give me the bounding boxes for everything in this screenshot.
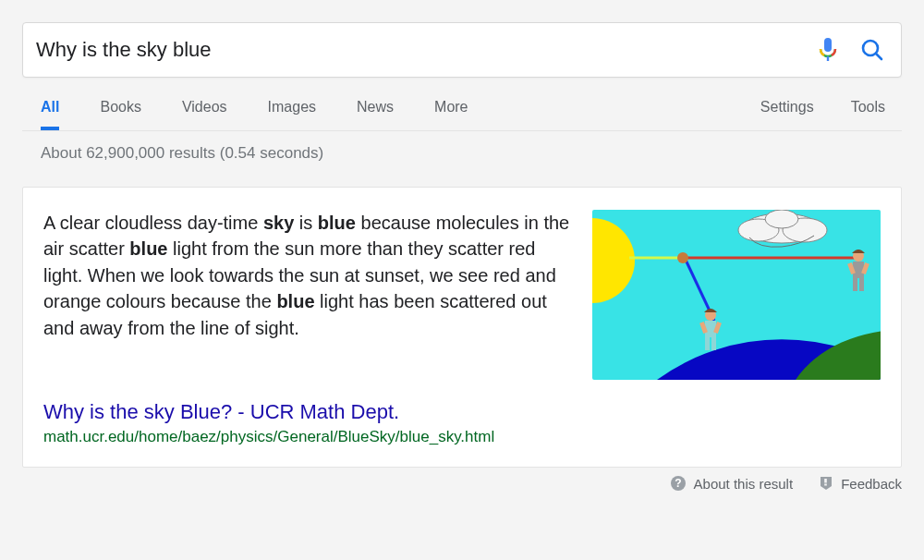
tabs-left: All Books Videos Images News More	[22, 99, 468, 130]
svg-rect-0	[824, 38, 832, 52]
settings-link[interactable]: Settings	[760, 99, 814, 116]
svg-rect-23	[859, 278, 864, 291]
tab-videos[interactable]: Videos	[182, 99, 227, 130]
search-input[interactable]	[36, 38, 799, 62]
svg-rect-15	[705, 321, 716, 337]
snippet-footer: ? About this result Feedback	[22, 475, 902, 492]
search-icon[interactable]	[857, 34, 888, 66]
svg-rect-21	[853, 262, 864, 278]
feedback-label: Feedback	[841, 476, 902, 492]
svg-rect-30	[824, 479, 827, 483]
svg-rect-31	[824, 484, 827, 486]
tab-all[interactable]: All	[41, 99, 59, 130]
mic-icon[interactable]	[812, 34, 844, 66]
svg-point-13	[677, 252, 688, 263]
svg-rect-16	[705, 337, 710, 350]
search-bar	[22, 22, 902, 78]
flag-icon	[819, 476, 833, 491]
featured-snippet: A clear cloudless day-time sky is blue b…	[22, 187, 902, 468]
svg-point-9	[765, 210, 798, 228]
tabs-right: Settings Tools	[760, 99, 902, 130]
svg-marker-29	[821, 486, 832, 490]
result-stats: About 62,900,000 results (0.54 seconds)	[41, 144, 902, 163]
svg-text:?: ?	[675, 477, 681, 490]
about-this-result[interactable]: ? About this result	[670, 475, 794, 492]
snippet-image[interactable]	[592, 210, 881, 380]
snippet-url: math.ucr.edu/home/baez/physics/General/B…	[43, 428, 881, 446]
tab-books[interactable]: Books	[100, 99, 140, 130]
svg-line-3	[876, 54, 881, 59]
tab-images[interactable]: Images	[268, 99, 316, 130]
snippet-title-link[interactable]: Why is the sky Blue? - UCR Math Dept.	[43, 400, 881, 424]
tabs-row: All Books Videos Images News More Settin…	[22, 78, 902, 131]
tab-more[interactable]: More	[434, 99, 468, 130]
about-label: About this result	[694, 476, 794, 492]
svg-rect-22	[853, 278, 857, 291]
help-icon: ?	[670, 475, 687, 492]
svg-rect-17	[711, 337, 716, 350]
tab-news[interactable]: News	[357, 99, 394, 130]
tools-link[interactable]: Tools	[851, 99, 885, 116]
feedback-link[interactable]: Feedback	[819, 476, 902, 492]
snippet-text: A clear cloudless day-time sky is blue b…	[43, 210, 570, 380]
